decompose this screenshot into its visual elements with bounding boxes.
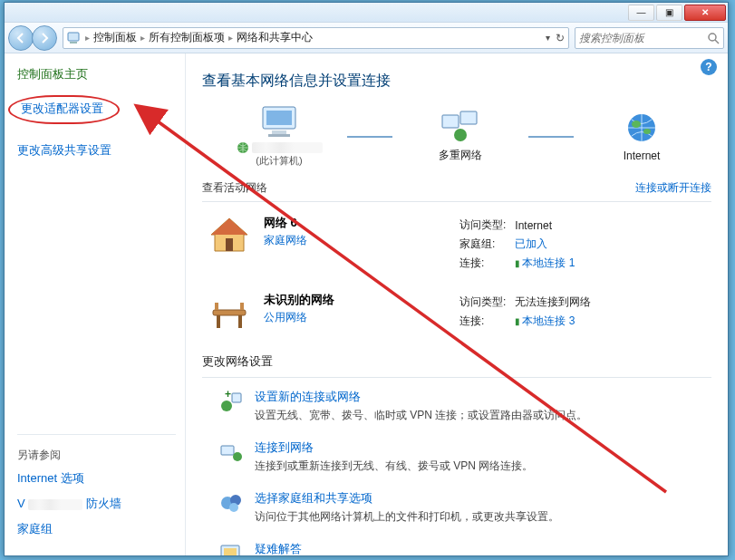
globe-small-icon — [237, 141, 249, 154]
search-input[interactable] — [579, 32, 697, 44]
svg-rect-19 — [226, 238, 233, 251]
search-icon[interactable] — [707, 32, 720, 44]
multi-network-icon — [440, 110, 480, 144]
svg-line-3 — [715, 40, 719, 43]
network-2-props: 访问类型:无法连接到网络 连接:▮本地连接 3 — [458, 292, 706, 332]
chevron-down-icon[interactable]: ▾ — [546, 33, 550, 43]
svg-marker-18 — [211, 218, 247, 235]
breadcrumb-item[interactable]: 所有控制面板项 — [149, 30, 225, 45]
active-networks-title: 查看活动网络 — [202, 180, 267, 196]
sidebar-home-link[interactable]: 控制面板主页 — [17, 66, 176, 82]
network-2-name: 未识别的网络 — [264, 292, 445, 308]
public-network-icon — [208, 292, 251, 332]
svg-rect-26 — [232, 393, 241, 402]
window-frame: — ▣ ✕ ▸ 控制面板 ▸ 所有控制面板项 ▸ 网络和共享中心 — [4, 2, 729, 556]
address-controls: ▾ ↻ — [546, 32, 565, 44]
connection-1-link[interactable]: 本地连接 1 — [522, 256, 575, 269]
task-new-connection[interactable]: + 设置新的连接或网络 设置无线、宽带、拨号、临时或 VPN 连接；或设置路由器… — [202, 381, 711, 432]
svg-rect-20 — [213, 310, 246, 315]
homegroup-link[interactable]: 家庭组 — [17, 521, 176, 537]
network-map-row: (此计算机) 多重网络 — [202, 105, 711, 168]
internet-label: Internet — [624, 150, 661, 162]
troubleshoot-icon — [218, 541, 244, 555]
prop-key: 连接: — [459, 255, 513, 272]
link-line-icon — [347, 132, 392, 141]
svg-rect-34 — [224, 548, 237, 555]
sidebar-adapter-link-wrap: 更改适配器设置 — [17, 95, 176, 133]
connect-network-icon — [218, 439, 244, 465]
prop-key: 访问类型: — [459, 294, 513, 311]
arrow-left-icon — [15, 33, 26, 43]
firewall-prefix: V — [17, 497, 25, 510]
internet-options-link[interactable]: Internet 选项 — [17, 470, 176, 487]
network-1-type-link[interactable]: 家庭网络 — [264, 233, 445, 248]
svg-rect-1 — [70, 42, 77, 43]
connect-disconnect-link[interactable]: 连接或断开连接 — [635, 180, 711, 196]
monitor-icon — [259, 105, 299, 140]
active-networks-head: 查看活动网络 连接或断开连接 — [202, 180, 711, 196]
computer-icon — [67, 32, 82, 44]
task-homegroup-sharing[interactable]: 选择家庭组和共享选项 访问位于其他网络计算机上的文件和打印机，或更改共享设置。 — [202, 483, 711, 534]
search-box[interactable] — [575, 27, 724, 49]
new-connection-icon: + — [218, 389, 244, 414]
task-troubleshoot[interactable]: 疑难解答 — [202, 534, 711, 555]
change-settings-title: 更改网络设置 — [202, 353, 711, 370]
home-network-icon — [208, 215, 251, 255]
breadcrumb-item[interactable]: 控制面板 — [93, 30, 137, 45]
svg-rect-23 — [217, 315, 220, 328]
task-connect-network[interactable]: 连接到网络 连接到或重新连接到无线、有线、拨号或 VPN 网络连接。 — [202, 432, 711, 483]
divider — [202, 377, 711, 378]
page-title: 查看基本网络信息并设置连接 — [202, 72, 711, 91]
task-new-connection-desc: 设置无线、宽带、拨号、临时或 VPN 连接；或设置路由器或访问点。 — [255, 408, 587, 423]
firewall-suffix: 防火墙 — [86, 497, 121, 510]
task-troubleshoot-link[interactable]: 疑难解答 — [255, 541, 302, 555]
svg-rect-7 — [268, 134, 290, 137]
network-2-type-link[interactable]: 公用网络 — [264, 310, 445, 325]
task-connect-network-link[interactable]: 连接到网络 — [255, 439, 533, 456]
task-homegroup-sharing-link[interactable]: 选择家庭组和共享选项 — [255, 490, 559, 507]
maximize-button[interactable]: ▣ — [656, 5, 682, 21]
prop-key: 家庭组: — [459, 236, 513, 253]
homegroup-joined-link[interactable]: 已加入 — [515, 237, 547, 250]
svg-rect-24 — [238, 315, 242, 328]
sidebar-adapter-link[interactable]: 更改适配器设置 — [8, 95, 120, 124]
firewall-link[interactable]: V 防火墙 — [17, 496, 176, 512]
svg-rect-0 — [68, 33, 79, 41]
multi-network-label: 多重网络 — [439, 148, 482, 163]
minimize-button[interactable]: — — [628, 5, 654, 21]
globe-icon — [624, 111, 660, 146]
signal-icon: ▮ — [515, 316, 520, 326]
connection-3-link[interactable]: 本地连接 3 — [522, 314, 575, 327]
network-2-info: 未识别的网络 公用网络 — [264, 292, 445, 325]
task-connect-network-desc: 连接到或重新连接到无线、有线、拨号或 VPN 网络连接。 — [255, 459, 533, 474]
svg-text:+: + — [225, 390, 231, 401]
svg-rect-28 — [221, 446, 234, 455]
network-item-1: 网络 6 家庭网络 访问类型:Internet 家庭组:已加入 连接:▮本地连接… — [202, 206, 711, 283]
svg-rect-11 — [460, 111, 477, 124]
link-line-icon — [528, 132, 574, 141]
prop-value: Internet — [515, 217, 582, 234]
task-new-connection-link[interactable]: 设置新的连接或网络 — [255, 389, 587, 405]
refresh-icon[interactable]: ↻ — [556, 32, 565, 44]
address-bar[interactable]: ▸ 控制面板 ▸ 所有控制面板项 ▸ 网络和共享中心 ▾ ↻ — [63, 27, 569, 49]
sidebar-advanced-sharing-link[interactable]: 更改高级共享设置 — [17, 142, 176, 159]
back-button[interactable] — [8, 25, 34, 51]
map-this-computer: (此计算机) — [211, 105, 347, 168]
close-button[interactable]: ✕ — [684, 5, 726, 21]
sidebar-see-also: 另请参阅 Internet 选项 V 防火墙 家庭组 — [17, 434, 176, 546]
breadcrumb: ▸ 控制面板 ▸ 所有控制面板项 ▸ 网络和共享中心 — [85, 30, 313, 45]
svg-point-32 — [229, 503, 238, 512]
svg-rect-5 — [266, 111, 292, 125]
map-internet: Internet — [574, 111, 710, 162]
network-1-props: 访问类型:Internet 家庭组:已加入 连接:▮本地连接 1 — [458, 215, 706, 274]
help-icon[interactable]: ? — [701, 59, 717, 75]
svg-point-16 — [643, 129, 651, 134]
svg-point-12 — [454, 129, 467, 141]
forward-button[interactable] — [32, 25, 57, 51]
nav-buttons — [8, 25, 57, 51]
svg-point-29 — [233, 452, 242, 461]
svg-rect-6 — [272, 130, 286, 134]
divider — [202, 201, 711, 202]
breadcrumb-item[interactable]: 网络和共享中心 — [237, 30, 313, 45]
svg-rect-21 — [215, 303, 218, 310]
